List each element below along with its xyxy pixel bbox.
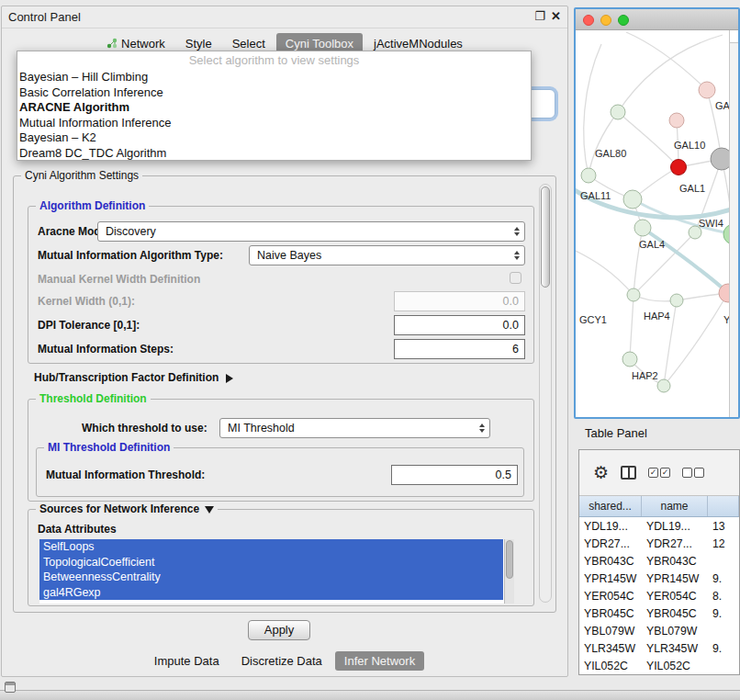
table-row[interactable]: YPR145WYPR145W9. [579,570,739,587]
mi-type-combobox[interactable]: Naive Bayes [249,245,525,265]
network-node[interactable] [634,220,651,236]
algorithm-option[interactable]: Dream8 DC_TDC Algorithm [17,146,531,162]
attribute-item[interactable]: SelfLoops [39,539,503,555]
table-row[interactable]: YIL052CYIL052C [579,657,739,674]
network-node[interactable] [670,294,683,307]
tab-infer-network[interactable]: Infer Network [335,651,424,671]
network-node[interactable] [699,82,715,98]
network-node[interactable] [627,288,640,301]
table-row[interactable]: YBL079WYBL079W [579,622,739,639]
node-label: GAL11 [580,190,611,201]
network-node[interactable] [711,148,729,170]
network-tab-icon [107,38,118,49]
aracne-mode-combobox[interactable]: Discovery [97,221,525,242]
tab-style-label: Style [185,37,212,51]
algorithm-dropdown-prompt: Select algorithm to view settings [17,51,531,70]
apply-button[interactable]: Apply [248,620,310,640]
attribute-item[interactable]: gal4RGexp [39,585,503,601]
cell: YDL19... [579,520,642,533]
settings-scrollbar[interactable] [539,184,552,603]
network-canvas-area: GAL80 GAL10 GAL11 GAL1 SWI4 GAL4 GCY1 HA… [576,30,738,417]
columns-icon[interactable] [621,466,636,480]
select-all-checkboxes-icon[interactable]: ✓ ✓ [648,468,670,478]
tab-impute-data[interactable]: Impute Data [145,651,229,671]
table-row[interactable]: YDR27...YDR27...12 [579,535,739,552]
network-canvas[interactable]: GAL80 GAL10 GAL11 GAL1 SWI4 GAL4 GCY1 HA… [576,30,729,419]
table-panel-toolbar: ⚙ ✓ ✓ [579,450,739,496]
network-scrollbar[interactable] [729,30,738,417]
unchecked-box-icon [694,468,704,478]
docked-panel-icon[interactable] [5,682,16,693]
network-scrollbar-arrow[interactable] [730,30,738,43]
cell: YDL19... [642,520,708,533]
which-threshold-label: Which threshold to use: [82,418,207,438]
cell: YIL052C [642,660,708,672]
cell: YER054C [579,590,642,603]
settings-scrollbar-thumb[interactable] [541,186,550,288]
column-header-partial[interactable] [708,496,739,516]
which-threshold-combobox[interactable]: MI Threshold [219,418,490,438]
network-node[interactable] [657,379,670,392]
threshold-definition-title: Threshold Definition [36,392,151,405]
cell: 9. [708,572,739,585]
expand-right-icon [226,374,233,383]
cell: 13 [708,520,739,533]
manual-kernel-label: Manual Kernel Width Definition [38,269,200,289]
table-rows: YDL19...YDL19...13 YDR27...YDR27...12 YB… [579,517,739,674]
network-node[interactable] [669,113,684,128]
kernel-width-field [394,291,525,311]
network-node[interactable] [622,352,637,367]
table-header-row: shared... name [579,496,739,517]
cell: YPR145W [642,572,708,585]
minimize-traffic-light-icon[interactable] [600,15,611,26]
table-row[interactable]: YLR345WYLR345W9. [579,639,739,657]
column-header-shared-name[interactable]: shared... [579,496,642,516]
attribute-list-scrollbar[interactable] [504,539,514,604]
sources-group-title[interactable]: Sources for Network Inference [36,502,218,515]
table-row[interactable]: YER054CYER054C8. [579,587,739,604]
dpi-tolerance-field[interactable] [394,315,525,335]
gear-icon[interactable]: ⚙ [593,464,609,481]
close-window-icon[interactable]: ✕ [551,9,561,23]
mi-threshold-field[interactable] [391,465,518,485]
node-label: HAP2 [632,370,658,381]
table-row[interactable]: YBR043CYBR043C [579,552,739,570]
attribute-item[interactable]: TopologicalCoefficient [39,555,503,570]
mi-steps-field[interactable] [394,339,525,359]
algorithm-option[interactable]: Bayesian – K2 [17,130,531,146]
close-traffic-light-icon[interactable] [583,15,594,26]
algorithm-option[interactable]: Bayesian – Hill Climbing [17,70,531,85]
column-header-name[interactable]: name [642,496,708,516]
cell: YBR043C [642,555,708,568]
deselect-all-checkboxes-icon[interactable] [682,468,704,478]
tab-network-label: Network [121,37,165,51]
network-node[interactable] [581,168,596,183]
float-window-icon[interactable]: ❐ [534,9,545,23]
tab-cyni-toolbox-label: Cyni Toolbox [286,37,353,51]
hub-definition-expander[interactable]: Hub/Transcription Factor Definition [34,367,233,384]
control-panel-window: Control Panel ❐ ✕ Network Style Select C… [1,6,568,677]
network-node[interactable] [611,105,625,119]
cell: YLR345W [642,642,708,655]
network-node[interactable] [671,160,687,175]
node-label: HAP4 [644,310,670,322]
mi-threshold-label: Mutual Information Threshold: [46,465,205,485]
table-row[interactable]: YBR045CYBR045C9. [579,604,739,622]
cyni-algorithm-settings-group: Cyni Algorithm Settings Algorithm Defini… [13,175,556,613]
algorithm-option[interactable]: Basic Correlation Inference [17,85,531,101]
mi-threshold-group: MI Threshold Definition Mutual Informati… [36,447,524,497]
algorithm-option-selected[interactable]: ARACNE Algorithm [17,100,531,116]
dpi-tolerance-label: DPI Tolerance [0,1]: [38,315,140,335]
node-label: GAL4 [639,239,665,250]
table-row[interactable]: YDL19...YDL19...13 [579,517,739,535]
zoom-traffic-light-icon[interactable] [618,15,629,26]
attribute-list-scrollbar-thumb[interactable] [506,540,513,579]
algorithm-option[interactable]: Mutual Information Inference [17,116,531,131]
tab-discretize-data[interactable]: Discretize Data [232,651,331,671]
node-label: GCY1 [579,314,607,325]
attribute-item[interactable]: BetweennessCentrality [39,570,503,585]
network-node[interactable] [623,190,642,209]
node-label: GAL1 [679,183,705,194]
threshold-definition-group: Threshold Definition Which threshold to … [28,399,534,502]
unchecked-box-icon [682,468,692,478]
